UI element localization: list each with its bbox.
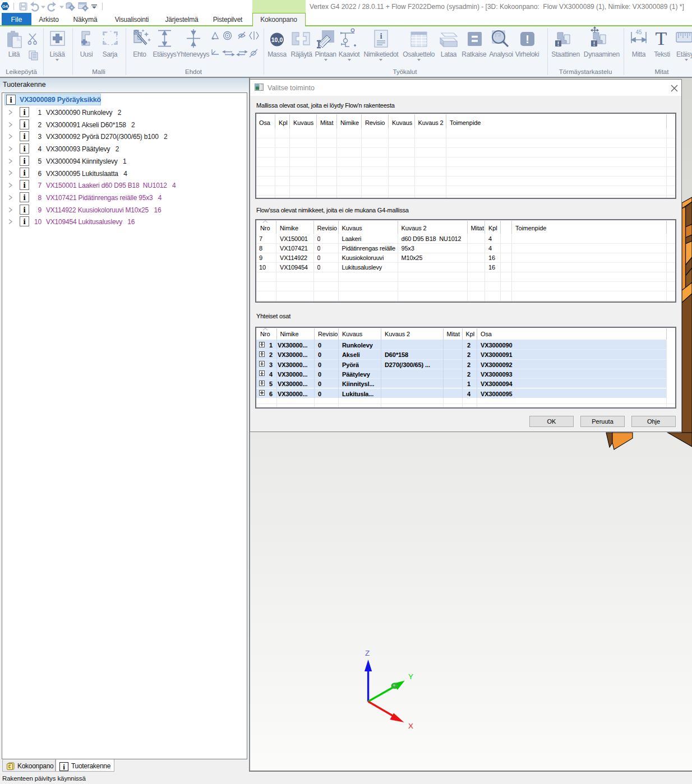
svg-text:X: X [408, 722, 413, 730]
svg-text:45: 45 [635, 29, 642, 35]
svg-text:Z: Z [365, 649, 370, 657]
svg-text:T: T [656, 28, 667, 49]
svg-text:Y: Y [408, 672, 413, 681]
svg-text:!: ! [525, 33, 529, 45]
svg-text:10,0: 10,0 [271, 36, 283, 43]
svg-text:G4: G4 [2, 4, 8, 9]
svg-text:i: i [380, 31, 382, 40]
svg-text:!: ! [593, 41, 595, 47]
svg-text:!: ! [557, 41, 559, 47]
